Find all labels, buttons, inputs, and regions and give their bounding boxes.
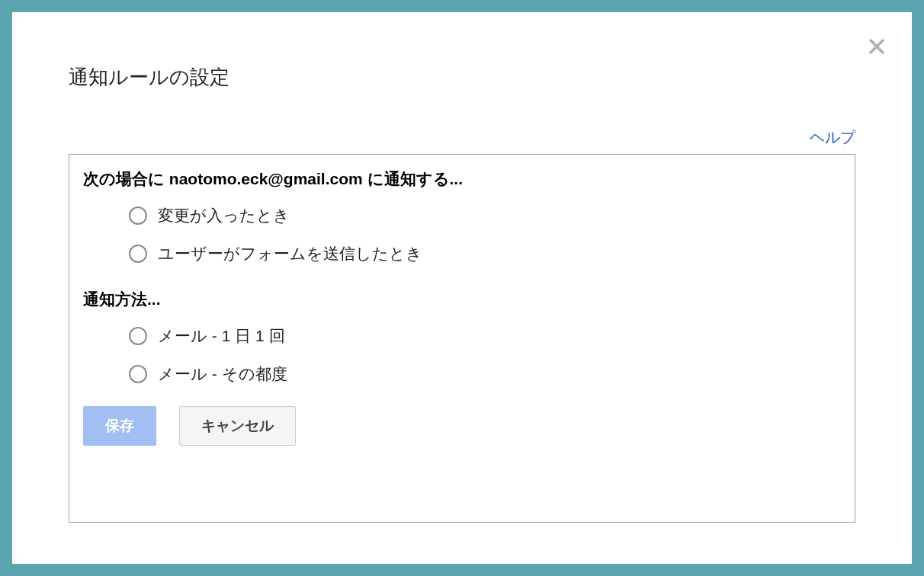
save-button[interactable]: 保存 bbox=[83, 406, 156, 446]
notify-method-heading: 通知方法... bbox=[83, 289, 841, 310]
option-email-daily[interactable]: メール - 1 日 1 回 bbox=[129, 325, 841, 347]
option-label: ユーザーがフォームを送信したとき bbox=[158, 243, 422, 264]
notify-when-heading: 次の場合に naotomo.eck@gmail.com に通知する... bbox=[83, 168, 841, 190]
settings-box: 次の場合に naotomo.eck@gmail.com に通知する... 変更が… bbox=[69, 154, 855, 523]
radio-icon bbox=[129, 206, 147, 225]
radio-icon bbox=[129, 245, 147, 263]
option-user-submits-form[interactable]: ユーザーがフォームを送信したとき bbox=[129, 243, 841, 264]
radio-icon bbox=[129, 365, 147, 383]
cancel-button[interactable]: キャンセル bbox=[179, 406, 296, 446]
help-link[interactable]: ヘルプ bbox=[810, 129, 855, 146]
option-any-changes[interactable]: 変更が入ったとき bbox=[129, 205, 841, 226]
notification-rules-modal: 通知ルールの設定 ヘルプ 次の場合に naotomo.eck@gmail.com… bbox=[12, 12, 912, 564]
option-label: メール - その都度 bbox=[158, 363, 287, 385]
option-label: 変更が入ったとき bbox=[158, 205, 290, 226]
option-email-immediately[interactable]: メール - その都度 bbox=[129, 363, 841, 385]
option-label: メール - 1 日 1 回 bbox=[158, 325, 285, 347]
button-row: 保存 キャンセル bbox=[83, 406, 841, 446]
radio-icon bbox=[129, 327, 147, 345]
close-icon[interactable] bbox=[869, 37, 884, 58]
help-link-container: ヘルプ bbox=[69, 127, 855, 148]
modal-title: 通知ルールの設定 bbox=[69, 64, 855, 91]
